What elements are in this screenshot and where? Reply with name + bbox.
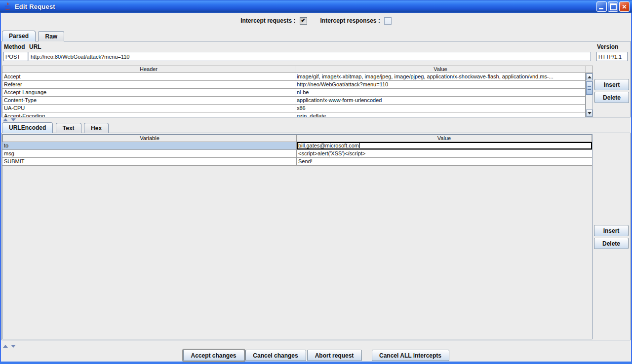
tab-raw[interactable]: Raw	[38, 31, 64, 41]
accept-changes-button[interactable]: Accept changes	[183, 350, 244, 361]
header-row-accept[interactable]: Accept image/gif, image/x-xbitmap, image…	[2, 73, 585, 81]
arrow-up-icon	[588, 76, 592, 78]
params-insert-button[interactable]: Insert	[594, 225, 629, 236]
header-value: http://neo/WebGoat/attack?menu=110	[295, 81, 585, 88]
java-cup-icon	[3, 2, 12, 11]
method-field[interactable]	[3, 52, 28, 61]
scroll-corner	[586, 66, 593, 73]
headers-insert-button[interactable]: Insert	[594, 79, 629, 90]
tab-urlencoded[interactable]: URLEncoded	[2, 122, 53, 133]
header-value: image/gif, image/x-xbitmap, image/jpeg, …	[295, 73, 585, 80]
cancel-changes-button[interactable]: Cancel changes	[245, 350, 306, 361]
headers-table-body: Accept image/gif, image/x-xbitmap, image…	[2, 73, 586, 117]
param-row-submit[interactable]: SUBMIT Send!	[2, 158, 592, 166]
header-value: gzip, deflate	[295, 112, 585, 117]
intercept-requests-checkbox[interactable]	[300, 17, 307, 25]
header-value: nl-be	[295, 89, 585, 96]
header-row-referer[interactable]: Referer http://neo/WebGoat/attack?menu=1…	[2, 81, 585, 89]
param-name: msg	[2, 150, 297, 157]
headers-col-value[interactable]: Value	[295, 66, 586, 73]
method-label: Method	[4, 43, 25, 50]
header-name: Referer	[2, 81, 295, 88]
headers-col-header[interactable]: Header	[2, 66, 295, 73]
arrow-down-icon	[588, 112, 592, 114]
cancel-all-intercepts-button[interactable]: Cancel ALL intercepts	[372, 350, 449, 361]
header-row-ua-cpu[interactable]: UA-CPU x86	[2, 105, 585, 112]
editor-text: bill.gates@microsoft.com	[298, 143, 359, 148]
header-name: Accept-Language	[2, 89, 295, 96]
header-value: application/x-www-form-urlencoded	[295, 97, 585, 104]
close-button[interactable]	[619, 1, 630, 12]
edit-request-window: Edit Request Intercept requests : Interc…	[0, 0, 632, 364]
window-border-bottom	[0, 362, 632, 364]
intercept-responses-checkbox[interactable]	[384, 17, 392, 25]
scroll-down-button[interactable]	[586, 109, 592, 116]
header-name: Content-Type	[2, 97, 295, 104]
headers-scrollbar	[586, 73, 593, 117]
variable-col-header[interactable]: Variable	[2, 135, 297, 142]
tab-parsed[interactable]: Parsed	[2, 31, 36, 41]
collapse-down-icon[interactable]	[11, 118, 16, 121]
header-name: Accept-Encoding	[2, 112, 295, 117]
header-name: Accept	[2, 73, 295, 80]
tab-hex[interactable]: Hex	[84, 123, 109, 133]
param-row-to[interactable]: to bill.gates@microsoft.com	[2, 142, 592, 150]
divider-arrows	[3, 118, 18, 121]
window-border-left	[0, 13, 1, 364]
collapse-down-icon[interactable]	[11, 345, 16, 348]
header-value: x86	[295, 105, 585, 112]
minimize-button[interactable]	[596, 1, 607, 12]
collapse-up-icon[interactable]	[3, 345, 8, 348]
param-name: SUBMIT	[2, 158, 297, 165]
param-value: <script>alert('XSS')</script>	[297, 150, 592, 157]
params-table-header: Variable Value	[2, 135, 592, 142]
header-row-content-type[interactable]: Content-Type application/x-www-form-urle…	[2, 97, 585, 105]
intercept-requests-label: Intercept requests :	[240, 17, 295, 24]
window-title: Edit Request	[15, 3, 55, 10]
version-field[interactable]	[596, 52, 628, 61]
intercept-options: Intercept requests : Intercept responses…	[0, 16, 632, 26]
maximize-button[interactable]	[608, 1, 618, 12]
scrollbar-thumb[interactable]	[586, 81, 592, 95]
header-name: UA-CPU	[2, 105, 295, 112]
collapse-up-icon[interactable]	[3, 118, 8, 121]
value-col-header[interactable]: Value	[297, 135, 592, 142]
abort-request-button[interactable]: Abort request	[307, 350, 362, 361]
params-delete-button[interactable]: Delete	[594, 238, 629, 249]
text-caret	[359, 143, 360, 148]
param-row-msg[interactable]: msg <script>alert('XSS')</script>	[2, 150, 592, 158]
tab-text[interactable]: Text	[56, 123, 81, 133]
version-label: Version	[597, 43, 618, 50]
content-tabs: URLEncoded Text Hex	[2, 122, 109, 133]
param-value: Send!	[297, 158, 592, 165]
scroll-up-button[interactable]	[586, 73, 592, 80]
split-divider-top[interactable]	[1, 117, 631, 122]
request-tabs: Parsed Raw	[2, 31, 65, 41]
action-button-row: Accept changes Cancel changes Abort requ…	[0, 350, 632, 361]
url-field[interactable]	[29, 52, 591, 61]
param-name: to	[2, 142, 297, 149]
title-bar[interactable]: Edit Request	[0, 0, 632, 13]
param-value-editor[interactable]: bill.gates@microsoft.com	[297, 142, 592, 149]
header-row-accept-encoding[interactable]: Accept-Encoding gzip, deflate	[2, 112, 585, 117]
headers-delete-button[interactable]: Delete	[594, 92, 629, 103]
intercept-responses-label: Intercept responses :	[320, 17, 380, 24]
params-table: Variable Value to bill.gates@microsoft.c…	[2, 134, 592, 339]
url-label: URL	[29, 43, 41, 50]
header-row-accept-language[interactable]: Accept-Language nl-be	[2, 89, 585, 97]
split-divider-bottom[interactable]	[1, 344, 631, 348]
divider-arrows	[3, 344, 18, 348]
